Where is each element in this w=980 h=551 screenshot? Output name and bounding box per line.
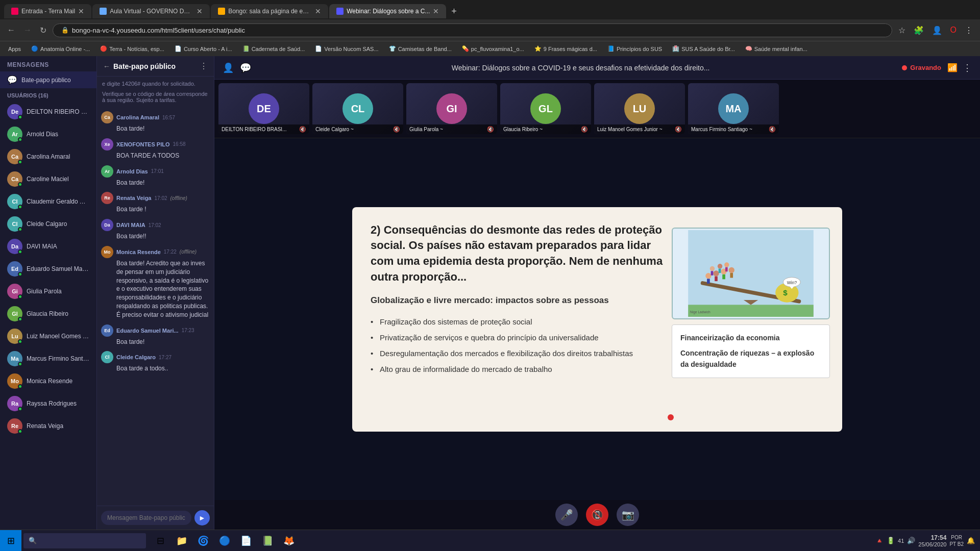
participant-name-bar-marcus: Marcus Firmino Santiago ~ 🔇 <box>688 124 779 134</box>
sidebar-item-bate-papo[interactable]: 💬 Bate-papo público <box>0 71 96 88</box>
chat-sender-renata: Renata Veiga <box>116 195 151 201</box>
chat-avatar-monica: Mo <box>101 246 113 258</box>
sidebar-item-arnold[interactable]: Ar Arnold Dias <box>0 123 96 145</box>
taskbar-battery-icon: 🔋 <box>887 537 895 544</box>
address-bar[interactable]: 🔒 bongo-na-vc-4.youseedu.com/html5client… <box>53 23 892 37</box>
taskbar-app-chrome[interactable]: 🔵 <box>214 530 235 552</box>
tab-close-btn[interactable]: ✕ <box>315 7 321 15</box>
chat-options-button[interactable]: ⋮ <box>200 61 208 71</box>
bookmark-sus[interactable]: 🏥 SUS A Saúde do Br... <box>669 44 738 53</box>
sidebar-item-caroline[interactable]: Ca Caroline Maciel <box>0 168 96 190</box>
sidebar-item-claudemir[interactable]: Cl Claudemir Geraldo Ana... <box>0 190 96 213</box>
sidebar-item-renata[interactable]: Re Renata Veiga <box>0 415 96 437</box>
chat-send-button[interactable]: ► <box>194 510 210 525</box>
profile-button[interactable]: 👤 <box>930 24 944 36</box>
orange-app-icon: 🦊 <box>283 535 295 546</box>
sidebar-item-deilton[interactable]: De DEILTON RIBEIRO BRASI... <box>0 101 96 123</box>
sidebar-item-rayssa[interactable]: Ra Rayssa Rodrigues <box>0 392 96 415</box>
chat-time-renata: 17:02 <box>154 195 167 201</box>
bookmark-camisetas[interactable]: 👕 Camisetas de Band... <box>386 44 455 53</box>
tab-close-btn[interactable]: ✕ <box>197 7 203 15</box>
taskbar-app-edge[interactable]: 🌀 <box>193 530 213 552</box>
slide-frame: 2) Consequências do desmonte das redes d… <box>352 207 842 432</box>
bookmark-icon: 🔴 <box>100 45 107 52</box>
taskbar-search[interactable]: 🔍 <box>23 533 146 548</box>
taskbar-app-green[interactable]: 📗 <box>257 530 278 552</box>
participant-avatar-cleide: CL <box>342 93 373 124</box>
slide-bullet-3: Desregulamentação dos mercados e flexibi… <box>371 345 672 361</box>
chat-message-input[interactable] <box>101 511 191 525</box>
bookmark-curso[interactable]: 📄 Curso Aberto - A i... <box>172 44 235 53</box>
tab-label: Entrada - Terra Mail <box>21 8 75 15</box>
mic-muted-icon-cleide: 🔇 <box>393 126 400 133</box>
sidebar-item-monica[interactable]: Mo Monica Resende <box>0 370 96 392</box>
bookmark-saude-mental[interactable]: 🧠 Saúde mental infan... <box>742 44 811 53</box>
tab-bongo[interactable]: Bongo: sala da página de encont... ✕ <box>211 4 328 18</box>
taskbar-right: 🔺 🔋 41 🔊 17:54 25/06/2020 PORPT B2 🔔 <box>875 534 980 547</box>
bookmark-star-button[interactable]: ☆ <box>896 24 908 36</box>
tab-aula-virtual[interactable]: Aula Virtual - GOVERNO DE RISC... ✕ <box>92 4 210 18</box>
participant-name-marcus: Marcus Firmino Santiago ~ <box>691 127 752 132</box>
bookmark-terra[interactable]: 🔴 Terra - Notícias, esp... <box>97 44 167 53</box>
slide-title: 2) Consequências do desmonte das redes d… <box>371 222 672 285</box>
chat-area-code-text: Verifique se o código de área correspond… <box>97 91 214 107</box>
sidebar-item-luiz[interactable]: Lu Luiz Manoel Gomes Juni... <box>0 325 96 347</box>
current-date: 25/06/2020 <box>918 541 946 547</box>
more-options-button[interactable]: ⋮ <box>963 62 972 73</box>
chat-message-cleide: Cl Cleide Calgaro 17:27 Boa tarde a todo… <box>101 351 210 373</box>
user-name-renata: Renata Veiga <box>27 422 63 430</box>
new-tab-button[interactable]: + <box>447 6 461 17</box>
avatar-marcus: Ma <box>7 351 22 366</box>
current-time: 17:54 <box>918 534 946 541</box>
end-call-button[interactable]: 📵 <box>586 504 608 526</box>
start-button[interactable]: ⊞ <box>0 530 21 552</box>
back-button[interactable]: ← <box>5 23 17 37</box>
apps-bookmark[interactable]: Apps <box>5 45 24 53</box>
bookmark-frases[interactable]: ⭐ 9 Frases mágicas d... <box>531 44 600 53</box>
bookmark-label: SUS A Saúde do Br... <box>681 46 735 52</box>
chat-icon[interactable]: 💬 <box>240 62 251 73</box>
bookmark-nucom[interactable]: 📄 Versão Nucom SAS... <box>312 44 381 53</box>
menu-button[interactable]: ⋮ <box>963 24 975 36</box>
reload-button[interactable]: ↻ <box>38 23 48 37</box>
chat-time-cleide: 17:27 <box>159 355 172 360</box>
video-toggle-button[interactable]: 📷 <box>617 504 639 526</box>
avatar-eduardo: Ed <box>7 261 22 277</box>
taskbar-app-task-view[interactable]: ⊟ <box>150 530 170 552</box>
sidebar-item-davi[interactable]: Da DAVI MAIA <box>0 235 96 258</box>
bookmark-principios[interactable]: 📘 Princípios do SUS <box>604 44 665 53</box>
sidebar-item-glaucia[interactable]: Gl Glaucia Ribeiro <box>0 303 96 325</box>
sidebar-item-marcus[interactable]: Ma Marcus Firmino Santiago <box>0 347 96 370</box>
taskbar-app-explorer[interactable]: 📁 <box>172 530 192 552</box>
forward-button[interactable]: → <box>21 23 34 37</box>
bookmark-anatomia[interactable]: 🔵 Anatomia Online -... <box>28 44 93 53</box>
tab-webinar[interactable]: Webinar: Diálogos sobre a C... ✕ <box>329 4 446 18</box>
sidebar-item-giulia[interactable]: Gi Giulia Parola <box>0 280 96 303</box>
tab-terra-mail[interactable]: Entrada - Terra Mail ✕ <box>4 4 91 18</box>
slide-text-line-1: Financeirização da economia <box>680 332 821 343</box>
bookmark-caderneta[interactable]: 📗 Caderneta de Saúd... <box>239 44 308 53</box>
tab-close-btn[interactable]: ✕ <box>433 7 439 15</box>
taskbar-app-pdf[interactable]: 📄 <box>236 530 256 552</box>
extensions-button[interactable]: 🧩 <box>912 24 926 36</box>
taskbar-app-orange[interactable]: 🦊 <box>279 530 299 552</box>
avatar-monica: Mo <box>7 373 22 389</box>
sidebar-item-cleide[interactable]: Cl Cleide Calgaro <box>0 213 96 235</box>
svg-rect-9 <box>722 274 725 279</box>
user-icon[interactable]: 👤 <box>223 62 234 73</box>
sidebar-item-eduardo[interactable]: Ed Eduardo Samuel Marinho <box>0 258 96 280</box>
bookmark-icon: 🏥 <box>672 45 679 52</box>
sidebar-item-carolina[interactable]: Ca Carolina Amaral <box>0 145 96 168</box>
chat-back-button[interactable]: ← <box>103 62 110 70</box>
tab-close-btn[interactable]: ✕ <box>78 7 84 15</box>
bookmark-pc[interactable]: 💊 pc_fluvoxamina1_o... <box>459 44 527 53</box>
microphone-button[interactable]: 🎤 <box>555 504 578 526</box>
opera-button[interactable]: O <box>948 24 959 36</box>
avatar-caroline: Ca <box>7 171 22 187</box>
chat-avatar-xenofontes: Xe <box>101 138 113 151</box>
avatar-arnold: Ar <box>7 127 22 142</box>
user-name-eduardo: Eduardo Samuel Marinho <box>27 265 89 272</box>
taskbar-apps: ⊟ 📁 🌀 🔵 📄 📗 🦊 <box>148 530 301 552</box>
chat-avatar-cleide: Cl <box>101 351 113 363</box>
bookmark-icon: 📘 <box>607 45 615 52</box>
